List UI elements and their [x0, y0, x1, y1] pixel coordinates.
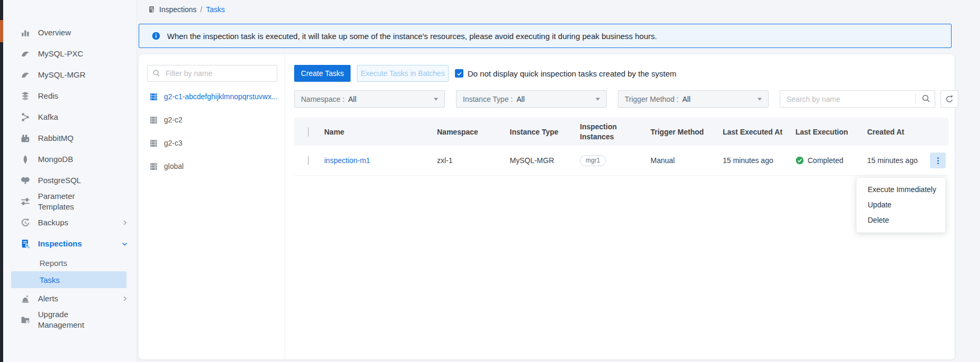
- task-search: [780, 90, 935, 108]
- cluster-filter: [147, 65, 277, 82]
- sidebar-item-kafka[interactable]: Kafka: [3, 107, 137, 128]
- mysql-dolphin-icon: [21, 70, 30, 80]
- search-icon: [152, 69, 160, 77]
- cluster-panel: g2-c1-abcdefghijklmnopqrstuvwx... g2-c2 …: [139, 54, 285, 359]
- execution-status: Completed: [795, 156, 867, 165]
- sidebar-subitem-label: Reports: [40, 259, 67, 268]
- chevron-right-icon: [122, 296, 128, 302]
- sidebar-item-mysql-mgr[interactable]: MySQL-MGR: [3, 64, 137, 85]
- sidebar-item-label: MySQL-MGR: [38, 70, 85, 80]
- instance-type-filter-value: All: [517, 95, 525, 103]
- parameter-templates-icon: [21, 197, 30, 206]
- cluster-name: g2-c2: [164, 116, 182, 124]
- breadcrumb-section[interactable]: Inspections: [159, 5, 197, 14]
- sidebar-item-label: PostgreSQL: [38, 175, 81, 186]
- sidebar-item-label: MySQL-PXC: [38, 49, 83, 59]
- status-text: Completed: [808, 156, 843, 165]
- overview-icon: [21, 28, 30, 37]
- cluster-name: g2-c1-abcdefghijklmnopqrstuvwx...: [164, 92, 277, 101]
- sidebar-item-backups[interactable]: Backups: [3, 212, 137, 233]
- cluster-item[interactable]: g2-c3: [139, 131, 285, 155]
- column-header-last-execution: Last Execution: [795, 128, 867, 136]
- task-created-at: 15 minutes ago: [867, 156, 930, 165]
- execute-batches-button[interactable]: Execute Tasks in Batches: [357, 65, 449, 82]
- cluster-filter-input[interactable]: [147, 65, 277, 82]
- caret-down-icon: [757, 97, 762, 101]
- column-header-name: Name: [324, 128, 437, 136]
- sidebar-item-label: Backups: [38, 217, 69, 228]
- sidebar-item-alerts[interactable]: Alerts: [3, 288, 137, 309]
- cluster-name: g2-c3: [164, 139, 182, 147]
- inspection-instance-tag: mgr1: [580, 155, 606, 166]
- caret-down-icon: [595, 97, 600, 101]
- sidebar-item-label: Kafka: [38, 112, 58, 122]
- postgresql-elephant-icon: [21, 176, 30, 185]
- sidebar-subitem-label: Tasks: [40, 275, 60, 284]
- sidebar-item-upgrade-management[interactable]: Upgrade Management: [3, 309, 137, 330]
- breadcrumb-current[interactable]: Tasks: [206, 5, 225, 14]
- chevron-right-icon: [122, 220, 128, 226]
- completed-check-icon: [795, 156, 804, 165]
- cluster-icon: [149, 116, 158, 125]
- search-icon[interactable]: [921, 94, 930, 103]
- cluster-item[interactable]: global: [139, 155, 285, 178]
- breadcrumb-separator: /: [200, 5, 202, 14]
- column-header-namespace: Namespace: [437, 128, 510, 136]
- tasks-table: Name Namespace Instance Type Inspection …: [294, 118, 948, 176]
- inspections-breadcrumb-icon: [148, 6, 156, 13]
- table-row: inspection-m1 zxl-1 MySQL-MGR mgr1 Manua…: [294, 146, 948, 176]
- cluster-name: global: [164, 162, 183, 170]
- redis-layers-icon: [21, 91, 30, 101]
- sidebar-item-rabbitmq[interactable]: RabbitMQ: [3, 128, 137, 149]
- create-tasks-button[interactable]: Create Tasks: [294, 65, 351, 82]
- backups-icon: [21, 218, 30, 227]
- alerts-siren-icon: [21, 294, 30, 303]
- sidebar-item-mysql-pxc[interactable]: MySQL-PXC: [3, 43, 137, 64]
- task-trigger-method: Manual: [651, 156, 723, 165]
- column-header-inspection-instances: Inspection Instances: [580, 122, 625, 142]
- instance-type-filter-dropdown[interactable]: Instance Type : All: [456, 90, 607, 108]
- trigger-method-filter-dropdown[interactable]: Trigger Method : All: [618, 90, 769, 108]
- sidebar-item-parameter-templates[interactable]: Parameter Templates: [3, 191, 137, 212]
- column-header-last-executed-at: Last Executed At: [723, 128, 795, 136]
- mongodb-leaf-icon: [21, 155, 30, 164]
- toolbar: Create Tasks Execute Tasks in Batches Do…: [294, 65, 676, 82]
- column-header-trigger-method: Trigger Method: [651, 128, 723, 136]
- mysql-dolphin-icon: [21, 49, 30, 59]
- column-header-created-at: Created At: [867, 128, 930, 136]
- sidebar: Overview MySQL-PXC MySQL-MGR Redis Kafka…: [3, 0, 137, 362]
- sidebar-item-label: Parameter Templates: [38, 191, 100, 212]
- sidebar-item-label: Overview: [38, 27, 71, 38]
- namespace-filter-dropdown[interactable]: Namespace : All: [294, 90, 445, 108]
- rabbitmq-icon: [21, 134, 30, 143]
- sidebar-item-label: Upgrade Management: [38, 309, 100, 330]
- menu-item-delete[interactable]: Delete: [857, 213, 945, 228]
- search-divider: [915, 93, 916, 104]
- refresh-button[interactable]: [940, 90, 958, 108]
- trigger-method-filter-value: All: [682, 95, 691, 103]
- instance-type-filter-label: Instance Type :: [463, 95, 513, 103]
- sidebar-item-tasks[interactable]: Tasks: [11, 271, 127, 288]
- tasks-panel: Create Tasks Execute Tasks in Batches Do…: [285, 54, 955, 359]
- refresh-icon: [945, 95, 954, 103]
- task-search-input[interactable]: [780, 90, 935, 108]
- cluster-item[interactable]: g2-c2: [139, 108, 285, 131]
- sidebar-item-label: RabbitMQ: [38, 133, 74, 144]
- sidebar-item-inspections[interactable]: Inspections: [3, 233, 137, 254]
- cluster-item[interactable]: g2-c1-abcdefghijklmnopqrstuvwx...: [139, 85, 285, 108]
- sidebar-item-reports[interactable]: Reports: [3, 254, 137, 271]
- sidebar-item-mongodb[interactable]: MongoDB: [3, 149, 137, 170]
- trigger-method-filter-label: Trigger Method :: [625, 95, 678, 103]
- menu-item-execute-immediately[interactable]: Execute Immediately: [857, 182, 945, 197]
- sidebar-item-postgresql[interactable]: PostgreSQL: [3, 170, 137, 191]
- sidebar-item-overview[interactable]: Overview: [3, 22, 137, 43]
- row-actions-kebab-button[interactable]: [930, 153, 946, 168]
- select-all-checkbox[interactable]: [308, 127, 309, 137]
- sidebar-item-redis[interactable]: Redis: [3, 85, 137, 107]
- menu-item-update[interactable]: Update: [857, 197, 945, 213]
- task-name-link[interactable]: inspection-m1: [324, 156, 370, 165]
- row-checkbox[interactable]: [308, 156, 309, 165]
- cluster-icon: [149, 139, 158, 148]
- chevron-down-icon: [121, 241, 128, 247]
- hide-quick-tasks-checkbox[interactable]: [455, 69, 463, 78]
